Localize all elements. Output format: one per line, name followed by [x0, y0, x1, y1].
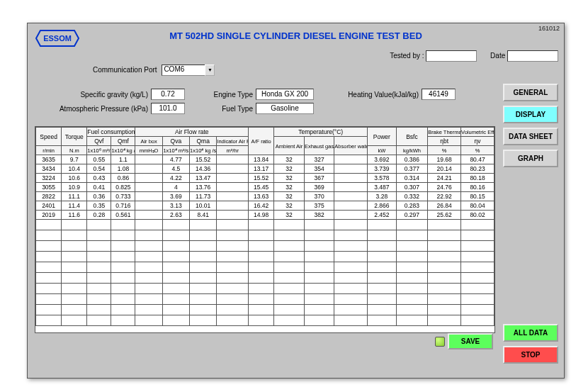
table-row: [36, 220, 494, 230]
table-row: 240111.40.350.7163.1310.0116.42323752.86…: [36, 201, 494, 211]
cell-empty: [217, 262, 249, 273]
app-window: ESSOM MT 502HD SINGLE CYLINDER DIESEL EN…: [27, 23, 565, 379]
cell-airbox: [135, 164, 162, 174]
cell-empty: [87, 252, 111, 262]
cell-qmf: 0.716: [111, 201, 135, 211]
col-temp: Temperature(°C): [274, 128, 368, 137]
all-data-button[interactable]: ALL DATA: [503, 324, 558, 342]
cell-empty: [428, 262, 461, 273]
cell-empty: [62, 273, 87, 284]
col-fuel: Fuel consumption: [87, 128, 135, 137]
cell-empty: [162, 230, 189, 241]
col-bte-sym: ηbt: [428, 137, 461, 146]
et-input[interactable]: Honda GX 200: [256, 89, 314, 100]
cell-empty: [162, 220, 189, 230]
cell-empty: [162, 252, 189, 262]
datasheet-button[interactable]: DATA SHEET: [503, 128, 558, 145]
cell-qmf: 0.86: [111, 174, 135, 183]
cell-ve: 80.02: [461, 211, 494, 220]
table-row: [36, 315, 494, 326]
hv-input[interactable]: 46149: [422, 89, 456, 100]
cell-amb: 32: [274, 174, 305, 183]
cell-empty: [190, 315, 217, 326]
cell-empty: [249, 220, 274, 230]
cell-ve: 80.18: [461, 174, 494, 183]
ft-input[interactable]: Gasoline: [256, 103, 314, 114]
cell-empty: [368, 262, 396, 273]
cell-airbox: [135, 155, 162, 164]
u-qvf: 1x10⁶ m³/s: [87, 146, 111, 155]
cell-empty: [217, 252, 249, 262]
cell-amb: 32: [274, 155, 305, 164]
cell-empty: [217, 220, 249, 230]
display-button[interactable]: DISPLAY: [503, 106, 558, 123]
col-qma: Qma: [190, 137, 217, 146]
cell-empty: [249, 273, 274, 284]
col-bsfc: Bsfc: [396, 128, 428, 146]
chevron-down-icon[interactable]: ▼: [205, 65, 215, 76]
cell-empty: [111, 315, 135, 326]
cell-empty: [111, 294, 135, 305]
cell-empty: [396, 262, 428, 273]
sg-input[interactable]: 0.72: [151, 89, 185, 100]
cell-empty: [249, 305, 274, 315]
tested-by-input[interactable]: [426, 50, 477, 62]
cell-empty: [135, 252, 162, 262]
table-row: 201911.60.280.5612.638.4114.98323822.452…: [36, 211, 494, 220]
cell-empty: [190, 284, 217, 294]
cell-af: 14.98: [249, 211, 274, 220]
cell-qva: 4.22: [162, 174, 189, 183]
cell-qma: 8.41: [190, 211, 217, 220]
cell-qma: 11.73: [190, 192, 217, 201]
cell-power: 2.452: [368, 211, 396, 220]
stop-button[interactable]: STOP: [503, 346, 558, 364]
cell-wat: [334, 201, 368, 211]
cell-exh: 367: [304, 174, 334, 183]
cell-power: 3.487: [368, 183, 396, 192]
cell-empty: [428, 305, 461, 315]
cell-empty: [217, 294, 249, 305]
ap-input[interactable]: 101.0: [151, 103, 185, 114]
cell-empty: [274, 315, 305, 326]
cell-empty: [135, 220, 162, 230]
cell-empty: [87, 220, 111, 230]
cell-empty: [274, 241, 305, 252]
save-button[interactable]: SAVE: [448, 333, 493, 349]
cell-empty: [368, 230, 396, 241]
cell-qvf: 0.54: [87, 164, 111, 174]
col-ve-sym: ηv: [461, 137, 494, 146]
date-input[interactable]: [507, 50, 558, 62]
cell-empty: [461, 220, 494, 230]
cell-qva: 2.63: [162, 211, 189, 220]
cell-amb: 32: [274, 183, 305, 192]
table-row: 36359.70.551.14.7715.5213.84323273.6920.…: [36, 155, 494, 164]
cell-empty: [111, 273, 135, 284]
cell-empty: [334, 284, 368, 294]
cell-torque: 10.9: [62, 183, 87, 192]
cell-empty: [428, 273, 461, 284]
cell-empty: [274, 284, 305, 294]
cell-empty: [461, 241, 494, 252]
col-wat: Absorber water outlet: [334, 137, 368, 155]
u-qma: 1x10⁴ kg /s: [190, 146, 217, 155]
general-button[interactable]: GENERAL: [503, 84, 558, 101]
cell-speed: 2401: [36, 201, 62, 211]
cell-ve: 80.47: [461, 155, 494, 164]
cell-empty: [304, 294, 334, 305]
cell-amb: 32: [274, 192, 305, 201]
cell-qva: 4.5: [162, 164, 189, 174]
comm-port-select[interactable]: COM6 ▼: [162, 65, 205, 76]
col-airflow: Air Flow rate: [135, 128, 249, 137]
cell-wat: [334, 211, 368, 220]
comm-port-row: Communication Port COM6 ▼: [93, 65, 205, 76]
cell-bsfc: 0.386: [396, 155, 428, 164]
cell-empty: [217, 305, 249, 315]
cell-empty: [334, 273, 368, 284]
cell-empty: [304, 284, 334, 294]
cell-power: 3.578: [368, 174, 396, 183]
cell-airbox: [135, 192, 162, 201]
graph-button[interactable]: GRAPH: [503, 150, 558, 167]
cell-af: 13.63: [249, 192, 274, 201]
cell-empty: [249, 252, 274, 262]
cell-qvf: 0.28: [87, 211, 111, 220]
